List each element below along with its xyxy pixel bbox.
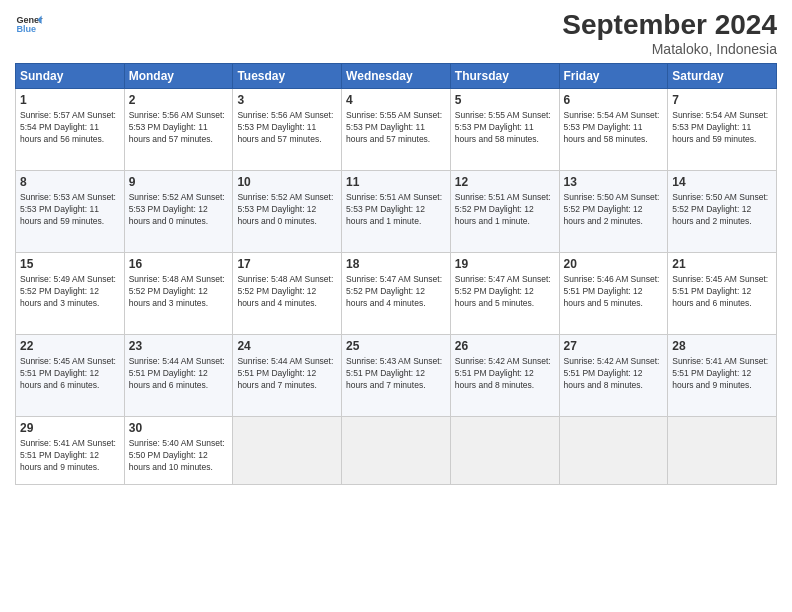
logo: General Blue: [15, 10, 43, 38]
table-row: 3Sunrise: 5:56 AM Sunset: 5:53 PM Daylig…: [233, 88, 342, 170]
table-row: 20Sunrise: 5:46 AM Sunset: 5:51 PM Dayli…: [559, 252, 668, 334]
table-row: [233, 416, 342, 484]
col-tuesday: Tuesday: [233, 63, 342, 88]
day-number: 8: [20, 175, 120, 189]
day-info: Sunrise: 5:52 AM Sunset: 5:53 PM Dayligh…: [237, 191, 337, 228]
table-row: 11Sunrise: 5:51 AM Sunset: 5:53 PM Dayli…: [342, 170, 451, 252]
day-number: 22: [20, 339, 120, 353]
day-info: Sunrise: 5:41 AM Sunset: 5:51 PM Dayligh…: [20, 437, 120, 474]
day-number: 21: [672, 257, 772, 271]
col-saturday: Saturday: [668, 63, 777, 88]
col-sunday: Sunday: [16, 63, 125, 88]
table-row: 29Sunrise: 5:41 AM Sunset: 5:51 PM Dayli…: [16, 416, 125, 484]
col-wednesday: Wednesday: [342, 63, 451, 88]
day-number: 13: [564, 175, 664, 189]
day-number: 17: [237, 257, 337, 271]
day-info: Sunrise: 5:48 AM Sunset: 5:52 PM Dayligh…: [237, 273, 337, 310]
col-monday: Monday: [124, 63, 233, 88]
day-info: Sunrise: 5:43 AM Sunset: 5:51 PM Dayligh…: [346, 355, 446, 392]
logo-icon: General Blue: [15, 10, 43, 38]
day-number: 25: [346, 339, 446, 353]
day-number: 12: [455, 175, 555, 189]
day-info: Sunrise: 5:44 AM Sunset: 5:51 PM Dayligh…: [237, 355, 337, 392]
day-info: Sunrise: 5:51 AM Sunset: 5:53 PM Dayligh…: [346, 191, 446, 228]
table-row: 5Sunrise: 5:55 AM Sunset: 5:53 PM Daylig…: [450, 88, 559, 170]
table-row: 28Sunrise: 5:41 AM Sunset: 5:51 PM Dayli…: [668, 334, 777, 416]
day-number: 1: [20, 93, 120, 107]
day-info: Sunrise: 5:47 AM Sunset: 5:52 PM Dayligh…: [455, 273, 555, 310]
table-row: 4Sunrise: 5:55 AM Sunset: 5:53 PM Daylig…: [342, 88, 451, 170]
day-info: Sunrise: 5:54 AM Sunset: 5:53 PM Dayligh…: [672, 109, 772, 146]
day-number: 15: [20, 257, 120, 271]
day-info: Sunrise: 5:42 AM Sunset: 5:51 PM Dayligh…: [564, 355, 664, 392]
table-row: 17Sunrise: 5:48 AM Sunset: 5:52 PM Dayli…: [233, 252, 342, 334]
table-row: 12Sunrise: 5:51 AM Sunset: 5:52 PM Dayli…: [450, 170, 559, 252]
day-info: Sunrise: 5:46 AM Sunset: 5:51 PM Dayligh…: [564, 273, 664, 310]
page: General Blue September 2024 Mataloko, In…: [0, 0, 792, 612]
table-row: 6Sunrise: 5:54 AM Sunset: 5:53 PM Daylig…: [559, 88, 668, 170]
day-info: Sunrise: 5:45 AM Sunset: 5:51 PM Dayligh…: [20, 355, 120, 392]
day-info: Sunrise: 5:42 AM Sunset: 5:51 PM Dayligh…: [455, 355, 555, 392]
day-info: Sunrise: 5:45 AM Sunset: 5:51 PM Dayligh…: [672, 273, 772, 310]
title-block: September 2024 Mataloko, Indonesia: [562, 10, 777, 57]
table-row: 21Sunrise: 5:45 AM Sunset: 5:51 PM Dayli…: [668, 252, 777, 334]
table-row: [450, 416, 559, 484]
day-number: 19: [455, 257, 555, 271]
table-row: 13Sunrise: 5:50 AM Sunset: 5:52 PM Dayli…: [559, 170, 668, 252]
table-row: 19Sunrise: 5:47 AM Sunset: 5:52 PM Dayli…: [450, 252, 559, 334]
day-info: Sunrise: 5:50 AM Sunset: 5:52 PM Dayligh…: [564, 191, 664, 228]
day-info: Sunrise: 5:47 AM Sunset: 5:52 PM Dayligh…: [346, 273, 446, 310]
table-row: 27Sunrise: 5:42 AM Sunset: 5:51 PM Dayli…: [559, 334, 668, 416]
table-row: 7Sunrise: 5:54 AM Sunset: 5:53 PM Daylig…: [668, 88, 777, 170]
col-thursday: Thursday: [450, 63, 559, 88]
day-info: Sunrise: 5:57 AM Sunset: 5:54 PM Dayligh…: [20, 109, 120, 146]
day-info: Sunrise: 5:56 AM Sunset: 5:53 PM Dayligh…: [237, 109, 337, 146]
day-number: 10: [237, 175, 337, 189]
table-row: 9Sunrise: 5:52 AM Sunset: 5:53 PM Daylig…: [124, 170, 233, 252]
day-info: Sunrise: 5:48 AM Sunset: 5:52 PM Dayligh…: [129, 273, 229, 310]
day-number: 20: [564, 257, 664, 271]
table-row: 25Sunrise: 5:43 AM Sunset: 5:51 PM Dayli…: [342, 334, 451, 416]
day-number: 4: [346, 93, 446, 107]
table-row: [668, 416, 777, 484]
table-row: 1Sunrise: 5:57 AM Sunset: 5:54 PM Daylig…: [16, 88, 125, 170]
svg-text:Blue: Blue: [16, 24, 36, 34]
table-row: 18Sunrise: 5:47 AM Sunset: 5:52 PM Dayli…: [342, 252, 451, 334]
col-friday: Friday: [559, 63, 668, 88]
day-number: 23: [129, 339, 229, 353]
table-row: 14Sunrise: 5:50 AM Sunset: 5:52 PM Dayli…: [668, 170, 777, 252]
day-info: Sunrise: 5:56 AM Sunset: 5:53 PM Dayligh…: [129, 109, 229, 146]
calendar: Sunday Monday Tuesday Wednesday Thursday…: [15, 63, 777, 485]
day-info: Sunrise: 5:41 AM Sunset: 5:51 PM Dayligh…: [672, 355, 772, 392]
table-row: 30Sunrise: 5:40 AM Sunset: 5:50 PM Dayli…: [124, 416, 233, 484]
day-info: Sunrise: 5:55 AM Sunset: 5:53 PM Dayligh…: [346, 109, 446, 146]
month-title: September 2024: [562, 10, 777, 41]
day-info: Sunrise: 5:54 AM Sunset: 5:53 PM Dayligh…: [564, 109, 664, 146]
day-number: 5: [455, 93, 555, 107]
table-row: [559, 416, 668, 484]
day-number: 3: [237, 93, 337, 107]
day-number: 6: [564, 93, 664, 107]
day-number: 11: [346, 175, 446, 189]
day-info: Sunrise: 5:52 AM Sunset: 5:53 PM Dayligh…: [129, 191, 229, 228]
day-number: 7: [672, 93, 772, 107]
day-number: 16: [129, 257, 229, 271]
day-number: 27: [564, 339, 664, 353]
table-row: 26Sunrise: 5:42 AM Sunset: 5:51 PM Dayli…: [450, 334, 559, 416]
day-info: Sunrise: 5:50 AM Sunset: 5:52 PM Dayligh…: [672, 191, 772, 228]
header: General Blue September 2024 Mataloko, In…: [15, 10, 777, 57]
table-row: [342, 416, 451, 484]
day-info: Sunrise: 5:53 AM Sunset: 5:53 PM Dayligh…: [20, 191, 120, 228]
table-row: 15Sunrise: 5:49 AM Sunset: 5:52 PM Dayli…: [16, 252, 125, 334]
day-number: 2: [129, 93, 229, 107]
day-info: Sunrise: 5:55 AM Sunset: 5:53 PM Dayligh…: [455, 109, 555, 146]
day-info: Sunrise: 5:49 AM Sunset: 5:52 PM Dayligh…: [20, 273, 120, 310]
table-row: 8Sunrise: 5:53 AM Sunset: 5:53 PM Daylig…: [16, 170, 125, 252]
header-row: Sunday Monday Tuesday Wednesday Thursday…: [16, 63, 777, 88]
table-row: 23Sunrise: 5:44 AM Sunset: 5:51 PM Dayli…: [124, 334, 233, 416]
day-info: Sunrise: 5:40 AM Sunset: 5:50 PM Dayligh…: [129, 437, 229, 474]
table-row: 10Sunrise: 5:52 AM Sunset: 5:53 PM Dayli…: [233, 170, 342, 252]
table-row: 2Sunrise: 5:56 AM Sunset: 5:53 PM Daylig…: [124, 88, 233, 170]
table-row: 24Sunrise: 5:44 AM Sunset: 5:51 PM Dayli…: [233, 334, 342, 416]
table-row: 22Sunrise: 5:45 AM Sunset: 5:51 PM Dayli…: [16, 334, 125, 416]
